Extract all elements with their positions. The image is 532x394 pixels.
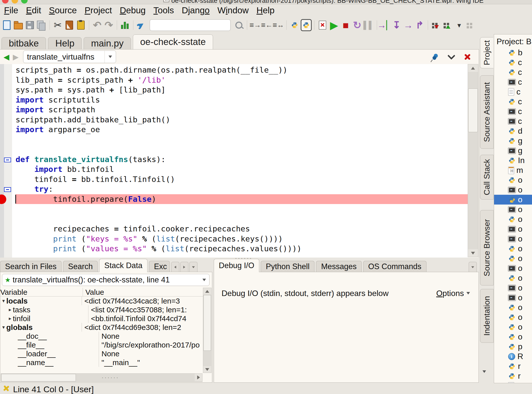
debug-restart-icon[interactable]: ↻ — [351, 19, 363, 31]
paste-icon[interactable] — [75, 19, 87, 31]
save-copy-icon[interactable] — [36, 19, 47, 31]
nav-back-icon[interactable]: ◀ — [4, 53, 9, 61]
tab-os-commands[interactable]: OS Commands — [363, 261, 427, 272]
tree-item[interactable]: c — [494, 67, 532, 77]
breakpoints-disabled-icon[interactable] — [465, 19, 476, 31]
tree-item[interactable]: c — [494, 58, 532, 67]
table-row[interactable]: __loader__None — [0, 349, 203, 358]
scroll-right-icon[interactable] — [195, 374, 202, 381]
tree-item[interactable]: g — [494, 146, 532, 156]
column-header-variable[interactable]: Variable — [0, 288, 83, 296]
tree-item[interactable]: c — [494, 77, 532, 87]
tree-item[interactable]: o — [494, 273, 532, 283]
step-over-icon[interactable]: → — [402, 19, 414, 31]
menu-help[interactable]: Help — [254, 5, 280, 15]
pin-icon[interactable] — [431, 52, 440, 62]
breakpoints-red-icon[interactable] — [430, 19, 442, 31]
tree-item[interactable]: o — [494, 312, 532, 322]
tree-item[interactable]: o — [494, 283, 532, 293]
profile-icon[interactable] — [119, 19, 131, 31]
editor-scrollbar-thumb[interactable] — [468, 88, 478, 132]
collapse-icon[interactable] — [447, 52, 456, 62]
run-to-cursor-icon[interactable]: →▏ — [379, 19, 391, 31]
pause-icon[interactable]: ▌▌ — [363, 19, 375, 31]
minimize-window-button[interactable] — [12, 0, 18, 4]
table-row[interactable]: ▸tasks<list 0x7f44cc357088; len=1: — [0, 305, 203, 314]
scroll-down-icon[interactable] — [203, 366, 211, 373]
tab-exc[interactable]: Exc — [149, 261, 170, 272]
tab-search-in-files[interactable]: Search in Files — [0, 261, 62, 272]
tool-tab-project[interactable]: Project — [480, 37, 494, 68]
step-into-icon[interactable]: ↧ — [391, 19, 402, 31]
table-row[interactable]: ▾globals<dict 0x7f44cd69e308; len=2 — [0, 323, 203, 332]
scroll-up-icon[interactable] — [468, 64, 478, 72]
python-shell-icon[interactable] — [289, 19, 300, 31]
scroll-down-icon[interactable] — [468, 249, 478, 257]
breakpoints-menu-icon[interactable]: ▾ — [453, 19, 465, 31]
table-row[interactable]: __file__"/big/src/explorathon-2017/po — [0, 340, 203, 349]
tree-item[interactable]: o — [494, 263, 532, 273]
tree-item[interactable]: r — [494, 361, 532, 371]
tabs-menu-icon[interactable] — [469, 262, 477, 272]
tree-item[interactable]: b — [494, 48, 532, 58]
tree-item[interactable]: iR — [494, 352, 532, 361]
variables-vscrollbar-thumb[interactable] — [203, 295, 211, 351]
tree-item[interactable]: o — [494, 205, 532, 214]
tree-item[interactable]: o — [494, 254, 532, 263]
tab-help[interactable]: Help — [48, 37, 82, 49]
splitter-grip[interactable]: ······ — [101, 374, 119, 381]
stack-frame-selector[interactable]: ★ translate_virtualfns(): oe-check-sstat… — [2, 274, 209, 286]
collapse-icon[interactable]: ▾ — [1, 297, 6, 305]
tree-item[interactable]: o — [494, 322, 532, 332]
indent-match-icon[interactable]: ≡↔ — [273, 19, 284, 31]
close-window-button[interactable] — [2, 0, 9, 4]
tree-item[interactable]: o — [494, 224, 532, 234]
tree-item[interactable]: c — [494, 107, 532, 116]
tree-item[interactable]: o — [494, 185, 532, 195]
menu-edit[interactable]: Edit — [23, 5, 46, 15]
menu-window[interactable]: Window — [215, 5, 254, 15]
tabs-scroll-right-icon[interactable] — [180, 262, 188, 272]
menu-file[interactable]: File — [2, 5, 23, 15]
select-mode-icon[interactable] — [136, 19, 147, 31]
tree-item[interactable]: o — [494, 332, 532, 342]
open-file-icon[interactable] — [13, 19, 24, 31]
tree-item[interactable]: r — [494, 381, 532, 383]
column-header-value[interactable]: Value — [83, 288, 203, 296]
editor-scrollbar[interactable] — [468, 64, 478, 257]
step-out-icon[interactable]: ↱ — [414, 19, 425, 31]
tree-item[interactable]: o — [494, 244, 532, 254]
debug-probe-icon[interactable] — [300, 19, 312, 31]
tool-strip-menu-icon[interactable] — [483, 373, 486, 377]
table-row[interactable]: ▸tinfoil<bb.tinfoil.Tinfoil 0x7f44cd74 — [0, 314, 203, 323]
menu-django[interactable]: Django — [179, 5, 215, 15]
tab-python-shell[interactable]: Python Shell — [261, 261, 314, 272]
tree-item[interactable]: g — [494, 136, 532, 146]
debug-stop-icon[interactable]: ■ — [340, 19, 351, 31]
collapse-icon[interactable]: ▾ — [1, 323, 6, 332]
redo-icon[interactable]: ↷ — [103, 19, 115, 31]
breakpoint-icon[interactable] — [0, 194, 6, 204]
variables-vscrollbar[interactable] — [203, 288, 211, 373]
tab-stack-data[interactable]: Stack Data — [99, 259, 147, 272]
tab-oe-check-sstate[interactable]: oe-check-sstate — [133, 34, 213, 49]
tree-item[interactable]: o — [494, 303, 532, 312]
tree-item[interactable]: In — [494, 156, 532, 165]
tool-tab-call-stack[interactable]: Call Stack — [480, 155, 494, 200]
nav-forward-icon[interactable]: ▶ — [13, 53, 19, 61]
symbol-selector[interactable]: translate_virtualfns — [23, 51, 116, 63]
table-row[interactable]: __doc__None — [0, 332, 203, 340]
tab-messages[interactable]: Messages — [316, 261, 361, 272]
fold-marker-icon[interactable] — [4, 187, 11, 192]
tree-item[interactable]: c — [494, 87, 532, 97]
code-editor[interactable]: scripts_path = os.path.dirname(os.path.r… — [0, 64, 468, 258]
table-row[interactable]: ▾locals<dict 0x7f44cc34cac8; len=3 — [0, 297, 203, 305]
cut-icon[interactable]: ✂ — [52, 19, 64, 31]
toolbar-search-input[interactable] — [150, 19, 231, 31]
zoom-window-button[interactable] — [21, 0, 28, 4]
menu-source[interactable]: Source — [46, 5, 82, 15]
breakpoints-green-icon[interactable] — [442, 19, 453, 31]
menu-tools[interactable]: Tools — [151, 5, 179, 15]
tool-tab-source-assistant[interactable]: Source Assistant — [480, 75, 494, 149]
tab-bitbake[interactable]: bitbake — [2, 37, 46, 49]
